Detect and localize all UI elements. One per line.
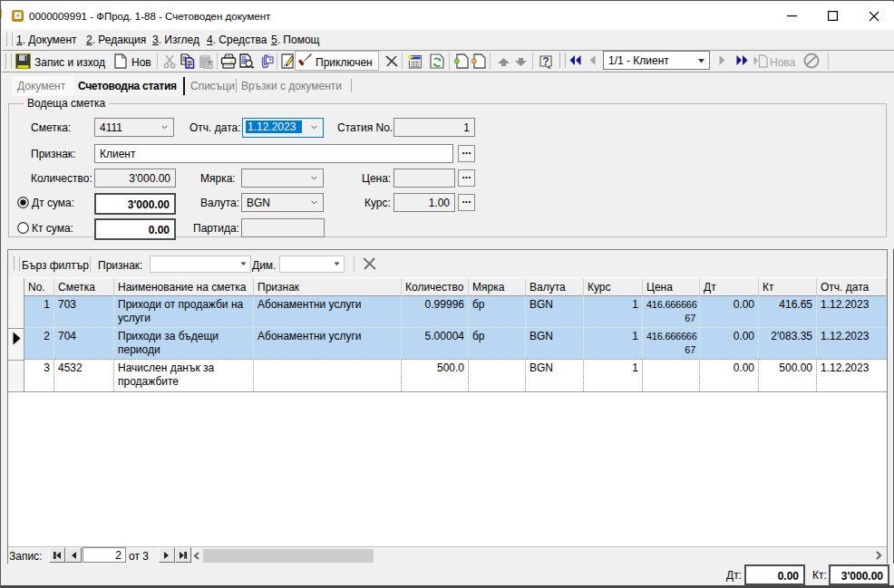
svg-text:?: ? [542,55,549,68]
